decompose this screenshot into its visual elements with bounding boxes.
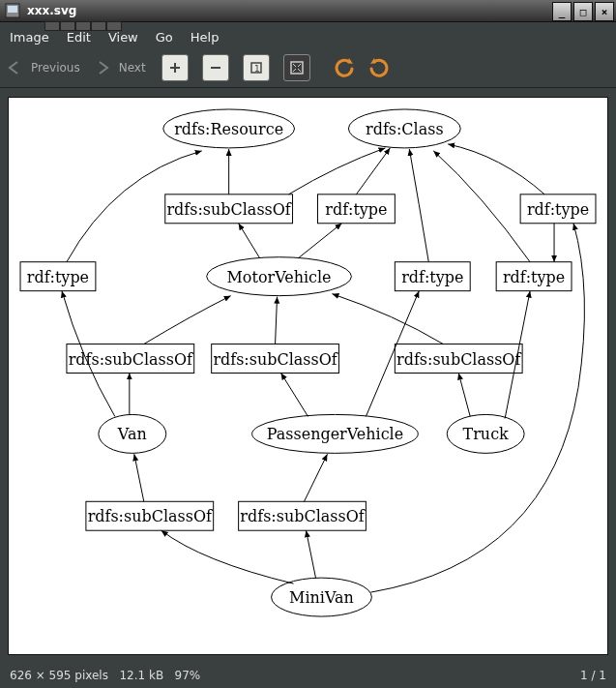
edge-subclassof-6: rdfs:subClassOf bbox=[240, 507, 365, 525]
rotate-right-icon bbox=[368, 57, 390, 78]
arrow-left-icon bbox=[6, 59, 25, 76]
nav-next-label: Next bbox=[119, 61, 146, 75]
edge-subclassof-5: rdfs:subClassOf bbox=[88, 507, 213, 525]
node-resource: rdfs:Resource bbox=[174, 120, 283, 138]
close-button[interactable]: × bbox=[595, 2, 614, 21]
app-icon bbox=[2, 0, 23, 21]
zoom-normal-button[interactable]: 1 bbox=[243, 54, 270, 81]
zoom-level: 97% bbox=[175, 669, 201, 682]
zoom-fit-icon bbox=[290, 61, 304, 75]
edge-type-1: rdf:type bbox=[325, 200, 387, 219]
minus-icon bbox=[209, 61, 222, 75]
edge-subclassof-2: rdfs:subClassOf bbox=[69, 350, 193, 369]
node-minivan: MiniVan bbox=[289, 588, 354, 607]
menu-go[interactable]: Go bbox=[156, 30, 173, 45]
node-passengervehicle: PassengerVehicle bbox=[267, 425, 403, 443]
menu-view[interactable]: View bbox=[108, 30, 138, 45]
menu-edit[interactable]: Edit bbox=[67, 30, 91, 45]
image-viewport[interactable]: rdfs:Resource rdfs:Class rdfs:subClassOf… bbox=[8, 97, 608, 655]
nav-prev-label: Previous bbox=[31, 61, 80, 75]
file-size: 12.1 kB bbox=[119, 669, 163, 682]
toolbar: Previous Next 1 bbox=[0, 48, 616, 88]
rotate-left-button[interactable] bbox=[332, 55, 357, 80]
edge-type-2: rdf:type bbox=[527, 200, 589, 219]
page-indicator: 1 / 1 bbox=[580, 669, 606, 682]
nav-next: Next bbox=[94, 59, 146, 76]
plus-icon bbox=[168, 61, 182, 75]
window-controls: _ □ × bbox=[550, 2, 614, 19]
node-van: Van bbox=[117, 425, 147, 443]
node-class: rdfs:Class bbox=[366, 120, 444, 138]
node-truck: Truck bbox=[463, 425, 510, 443]
zoom-in-button[interactable] bbox=[161, 54, 189, 81]
svg-text:1: 1 bbox=[254, 64, 260, 74]
menubar: Image Edit View Go Help bbox=[0, 22, 616, 48]
edge-type-4: rdf:type bbox=[401, 268, 463, 286]
image-dimensions: 626 × 595 pixels bbox=[10, 669, 108, 682]
titlebar: xxx.svg _ □ × bbox=[0, 0, 616, 22]
edge-subclassof-3: rdfs:subClassOf bbox=[213, 350, 337, 369]
arrow-right-icon bbox=[94, 59, 113, 76]
maximize-button[interactable]: □ bbox=[573, 2, 593, 21]
edge-subclassof-1: rdfs:subClassOf bbox=[167, 200, 292, 219]
rotate-right-button[interactable] bbox=[367, 55, 392, 80]
statusbar: 626 × 595 pixels 12.1 kB 97% 1 / 1 bbox=[0, 663, 616, 688]
zoom-fit-button[interactable] bbox=[283, 54, 310, 81]
rotate-left-icon bbox=[334, 57, 355, 78]
edge-type-5: rdf:type bbox=[503, 268, 565, 286]
zoom-reset-icon: 1 bbox=[249, 61, 263, 75]
menu-help[interactable]: Help bbox=[191, 30, 220, 45]
nav-previous: Previous bbox=[6, 59, 80, 76]
zoom-buttons: 1 bbox=[161, 54, 310, 81]
window-title: xxx.svg bbox=[27, 4, 550, 17]
edge-type-3: rdf:type bbox=[27, 268, 89, 286]
svg-rect-1 bbox=[8, 6, 17, 13]
svg-rect-4 bbox=[291, 62, 303, 74]
node-motorvehicle: MotorVehicle bbox=[227, 268, 332, 286]
rotate-buttons bbox=[332, 55, 392, 80]
app-window: xxx.svg _ □ × Image Edit View Go Help Pr… bbox=[0, 0, 616, 688]
edge-subclassof-4: rdfs:subClassOf bbox=[396, 350, 521, 369]
menu-image[interactable]: Image bbox=[10, 30, 49, 45]
zoom-out-button[interactable] bbox=[202, 54, 229, 81]
graph-svg: rdfs:Resource rdfs:Class rdfs:subClassOf… bbox=[9, 98, 607, 654]
minimize-button[interactable]: _ bbox=[552, 2, 572, 21]
